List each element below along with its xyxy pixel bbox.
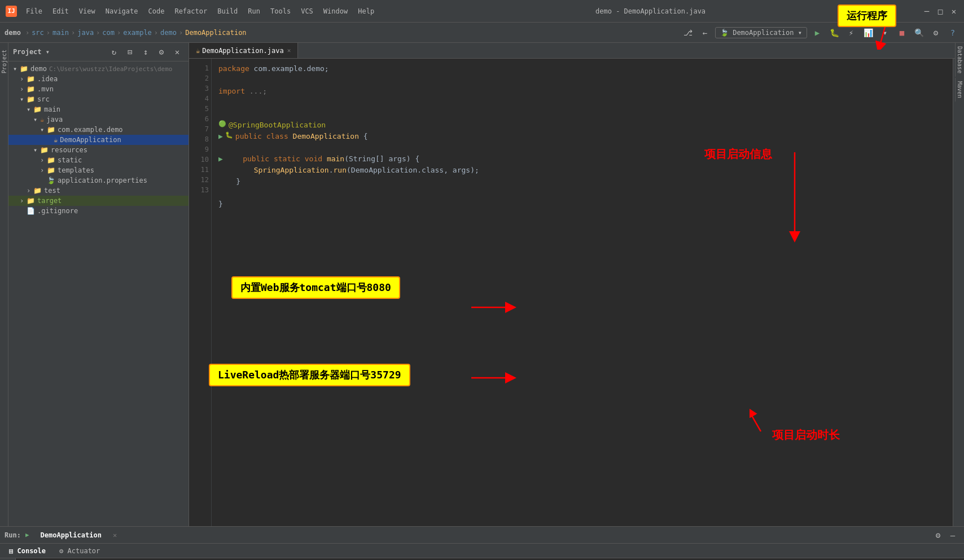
debug-gutter-7[interactable]: 🐛: [225, 131, 233, 140]
run-button[interactable]: ▶: [810, 26, 824, 39]
vcs-icon[interactable]: ⎇: [681, 26, 695, 39]
run-tab-demoapplication[interactable]: DemoApplication: [36, 530, 106, 540]
tree-item-appprops[interactable]: 🍃 application.properties: [8, 175, 189, 186]
back-icon[interactable]: ←: [698, 26, 712, 39]
run-gutter-7[interactable]: ▶: [218, 131, 223, 142]
tree-item-test[interactable]: › 📁 test: [8, 186, 189, 196]
breadcrumb-src[interactable]: src: [32, 29, 44, 37]
tree-item-com-example-demo[interactable]: ▾ 📁 com.example.demo: [8, 125, 189, 135]
tree-item-static[interactable]: › 📁 static: [8, 155, 189, 165]
tree-item-demo[interactable]: ▾ 📁 demo C:\Users\wustzz\IdeaProjects\de…: [8, 64, 189, 74]
folder-icon-ced: 📁: [47, 126, 55, 134]
tab-close-button[interactable]: ✕: [287, 47, 291, 54]
annotation-run-program: 运行程序: [838, 5, 896, 27]
menu-file[interactable]: File: [21, 6, 47, 16]
maven-tab[interactable]: Maven: [955, 78, 964, 102]
sync-icon[interactable]: ↻: [107, 45, 121, 59]
actuator-tab[interactable]: ⚙ Actuator: [55, 546, 104, 556]
project-header-icons: ↻ ⊟ ↕ ⚙ ✕: [107, 45, 184, 59]
tree-item-java[interactable]: ▾ ☕ java: [8, 114, 189, 125]
tree-item-templates[interactable]: › 📁 templates: [8, 165, 189, 175]
tree-item-src[interactable]: ▾ 📁 src: [8, 94, 189, 104]
breadcrumb-class[interactable]: DemoApplication: [185, 29, 246, 37]
code-line-11: }: [218, 176, 946, 187]
breadcrumb-main[interactable]: main: [52, 29, 69, 37]
collapse-all-icon[interactable]: ⊟: [123, 45, 137, 59]
code-line-5: [218, 108, 946, 120]
sort-icon[interactable]: ↕: [139, 45, 152, 59]
run-toolbar: ⚙ —: [931, 528, 959, 542]
run-settings-icon[interactable]: ⚙: [931, 528, 945, 542]
menu-tools[interactable]: Tools: [266, 6, 295, 16]
menu-help[interactable]: Help: [353, 6, 379, 16]
stop-button[interactable]: ■: [895, 26, 909, 39]
breadcrumb-example[interactable]: example: [123, 29, 152, 37]
bottom-panel: Run: ▶ DemoApplication ✕ ⚙ — ▤ Console ⚙…: [0, 526, 964, 560]
project-settings-icon[interactable]: ⚙: [155, 45, 168, 59]
tree-item-idea[interactable]: › 📁 .idea: [8, 74, 189, 84]
tree-label-static: static: [58, 156, 82, 164]
run-config-name: DemoApplication: [733, 29, 794, 37]
menu-refactor[interactable]: Refactor: [170, 6, 212, 16]
window-controls: ─ □ ✕: [922, 7, 958, 16]
tree-label-ced: com.example.demo: [58, 126, 123, 134]
tree-item-resources[interactable]: ▾ 📁 resources: [8, 145, 189, 155]
debug-button[interactable]: 🐛: [827, 26, 841, 39]
run-gutter-9[interactable]: ▶: [218, 153, 223, 165]
gitignore-icon: 📄: [27, 207, 35, 215]
editor-tab-demoapplication[interactable]: ☕ DemoApplication.java ✕: [189, 43, 298, 58]
menu-code[interactable]: Code: [144, 6, 169, 16]
tab-file-icon: ☕: [196, 47, 200, 55]
project-tab-vert[interactable]: Project: [0, 45, 8, 78]
breadcrumb-com[interactable]: com: [102, 29, 115, 37]
tree-item-gitignore[interactable]: 📄 .gitignore: [8, 206, 189, 216]
folder-icon-src: 📁: [27, 95, 35, 103]
annotation-livereload-port: LiveReload热部署服务器端口号35729: [209, 364, 410, 386]
tree-path-demo: C:\Users\wustzz\IdeaProjects\demo: [49, 65, 173, 73]
menu-edit[interactable]: Edit: [48, 6, 73, 16]
project-tree: ▾ 📁 demo C:\Users\wustzz\IdeaProjects\de…: [8, 61, 189, 526]
tree-item-mvn[interactable]: › 📁 .mvn: [8, 84, 189, 94]
menu-view[interactable]: View: [75, 6, 100, 16]
menu-window[interactable]: Window: [319, 6, 352, 16]
folder-icon-templates: 📁: [47, 166, 55, 174]
profile-button[interactable]: 📊: [861, 26, 875, 39]
run-minimize-icon[interactable]: —: [946, 528, 959, 542]
tree-item-target[interactable]: › 📁 target: [8, 196, 189, 206]
main-area: Project Project ▾ ↻ ⊟ ↕ ⚙ ✕ ▾ 📁: [0, 43, 964, 526]
run-panel-header: Run: ▶ DemoApplication ✕ ⚙ —: [0, 527, 964, 544]
run-config-selector[interactable]: 🍃 DemoApplication ▾: [715, 27, 807, 38]
folder-icon-test: 📁: [33, 187, 42, 195]
tree-item-main[interactable]: ▾ 📁 main: [8, 104, 189, 114]
more-run-button[interactable]: ▾: [878, 26, 892, 39]
minimize-button[interactable]: ─: [922, 7, 931, 16]
run-with-coverage-button[interactable]: ⚡: [844, 26, 858, 39]
tab-label: DemoApplication.java: [202, 47, 284, 55]
tree-label-main: main: [44, 105, 60, 113]
project-header: Project ▾ ↻ ⊟ ↕ ⚙ ✕: [8, 43, 189, 61]
close-button[interactable]: ✕: [949, 7, 958, 16]
breadcrumb-java[interactable]: java: [77, 29, 94, 37]
close-project-panel-icon[interactable]: ✕: [170, 45, 184, 59]
maximize-button[interactable]: □: [936, 7, 945, 16]
project-title: Project ▾: [13, 48, 50, 56]
tree-item-demoapplication[interactable]: ☕ DemoApplication: [8, 135, 189, 145]
console-label: Console: [17, 547, 46, 555]
code-line-1: package com.example.demo;: [218, 63, 946, 74]
tree-label-src: src: [37, 95, 50, 103]
menu-run[interactable]: Run: [243, 6, 265, 16]
run-label: Run:: [5, 531, 21, 539]
search-icon[interactable]: 🔍: [912, 26, 926, 39]
database-tab[interactable]: Database: [955, 43, 964, 77]
breadcrumb-demo[interactable]: demo: [160, 29, 177, 37]
tree-label-target: target: [37, 197, 62, 205]
help-icon[interactable]: ?: [946, 26, 959, 39]
settings-icon[interactable]: ⚙: [929, 26, 943, 39]
java-file-icon: ☕: [54, 136, 58, 144]
menu-navigate[interactable]: Navigate: [101, 6, 143, 16]
run-tab-close[interactable]: ✕: [113, 531, 117, 539]
menu-build[interactable]: Build: [213, 6, 242, 16]
console-tabs-bar: ▤ Console ⚙ Actuator: [0, 544, 964, 558]
console-tab[interactable]: ▤ Console: [5, 546, 50, 556]
menu-vcs[interactable]: VCS: [296, 6, 318, 16]
